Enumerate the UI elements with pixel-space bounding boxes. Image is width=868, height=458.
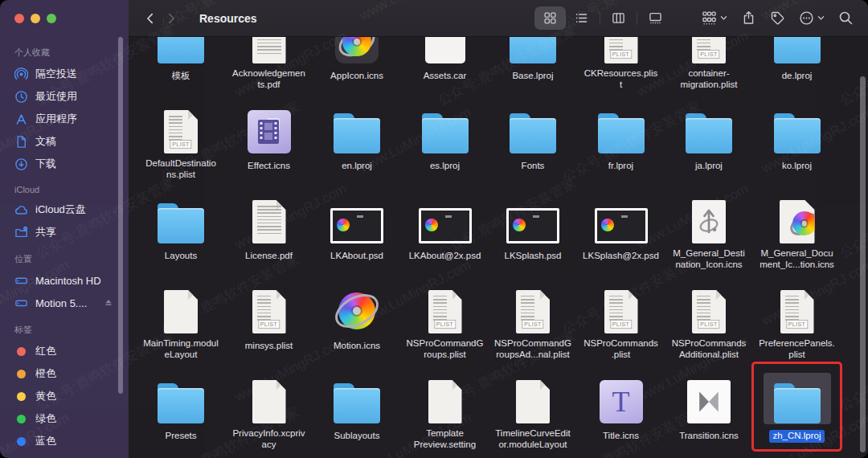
back-button[interactable] <box>140 8 161 29</box>
sidebar-item[interactable]: 绿色 <box>8 407 121 430</box>
forward-button[interactable] <box>161 8 182 29</box>
file-item[interactable]: LKAbout.psd <box>313 193 400 263</box>
file-label: PreferencePanels. plist <box>755 337 838 361</box>
file-item[interactable]: LKAbout@2x.psd <box>402 193 489 263</box>
main-area: 模板Acknowledgemen ts.pdfAppIcon.icnsAsset… <box>129 0 868 458</box>
file-item[interactable]: TimelineCurveEdit or.moduleLayout <box>489 373 576 451</box>
sidebar-item[interactable]: 黄色 <box>8 385 121 407</box>
file-item[interactable]: Sublayouts <box>313 373 400 443</box>
file-item[interactable]: PLISTNSProCommands .plist <box>578 283 665 361</box>
sidebar-item[interactable]: Motion 5.... <box>8 292 121 314</box>
sidebar: 个人收藏隔空投送最近使用应用程序文稿下载iCloudiCloud云盘共享位置Ma… <box>0 0 129 458</box>
file-label: TimelineCurveEdit or.moduleLayout <box>492 427 574 451</box>
file-item[interactable]: PLISTDefaultDestinatio ns.plist <box>137 103 224 181</box>
file-label: LKAbout@2x.psd <box>406 247 485 263</box>
file-item[interactable]: es.lproj <box>402 103 489 173</box>
sidebar-item-label: 应用程序 <box>35 112 114 126</box>
file-label: NSProCommandG roupsAd...nal.plist <box>491 337 575 361</box>
sidebar-item[interactable]: 最近使用 <box>8 85 121 108</box>
file-item[interactable]: LKSplash.psd <box>489 193 576 263</box>
minimize-button[interactable] <box>31 14 40 23</box>
file-item[interactable]: fr.lproj <box>578 103 665 173</box>
sidebar-item[interactable]: 下载 <box>8 153 121 175</box>
file-item[interactable]: Fonts <box>489 103 576 173</box>
view-switcher <box>534 6 671 30</box>
file-item[interactable]: PLISTNSProCommandG roupsAd...nal.plist <box>489 283 576 361</box>
chevron-right-icon <box>165 12 178 25</box>
sidebar-section-header: 个人收藏 <box>8 47 121 59</box>
sidebar-item[interactable]: 共享 <box>8 221 121 243</box>
file-item[interactable]: M_General_Desti nation_Icon.icns <box>665 193 752 271</box>
sidebar-item-label: 绿色 <box>35 411 114 426</box>
file-item[interactable]: ja.lproj <box>665 103 752 173</box>
search-button[interactable] <box>835 6 857 31</box>
sidebar-item[interactable]: 红色 <box>8 340 121 362</box>
blankdoc-icon <box>411 373 479 424</box>
separator <box>600 12 600 25</box>
sidebar-sections: 个人收藏隔空投送最近使用应用程序文稿下载iCloudiCloud云盘共享位置Ma… <box>0 37 129 458</box>
blankdoc-icon <box>147 283 215 334</box>
file-label: Sublayouts <box>331 427 383 443</box>
file-label: M_General_Desti nation_Icon.icns <box>669 247 747 271</box>
file-grid: 模板Acknowledgemen ts.pdfAppIcon.icnsAsset… <box>129 0 868 458</box>
sidebar-item[interactable]: 橙色 <box>8 362 121 385</box>
sidebar-scrollbar[interactable] <box>118 37 123 394</box>
sidebar-item[interactable]: 文稿 <box>8 130 121 153</box>
file-item[interactable]: LKSplash@2x.psd <box>578 193 665 263</box>
close-button[interactable] <box>14 14 24 23</box>
sidebar-section: 个人收藏隔空投送最近使用应用程序文稿下载 <box>8 47 121 175</box>
folder-icon <box>323 373 391 424</box>
view-gallery-button[interactable] <box>640 6 671 30</box>
sidebar-section-header: 标签 <box>8 324 121 336</box>
sidebar-item-label: iCloud云盘 <box>35 202 114 217</box>
more-button[interactable] <box>796 6 828 31</box>
sidebar-item[interactable]: Macintosh HD <box>8 269 121 292</box>
file-label: AppIcon.icns <box>327 67 387 83</box>
shared-folder-icon <box>14 226 28 239</box>
file-item[interactable]: PLISTNSProCommandG roups.plist <box>402 283 489 361</box>
file-item[interactable]: PLISTNSProCommands Additional.plist <box>665 283 752 361</box>
file-item[interactable]: Template Preview.setting <box>402 373 489 451</box>
gallery-view-icon <box>649 11 662 25</box>
sidebar-item[interactable]: iCloud云盘 <box>8 198 121 221</box>
eject-icon[interactable] <box>103 297 114 309</box>
sidebar-item[interactable]: 隔空投送 <box>8 63 121 85</box>
tag-dot-icon <box>17 392 26 401</box>
tag-icon <box>770 10 785 26</box>
file-item[interactable]: TTitle.icns <box>578 373 665 443</box>
file-label: DefaultDestinatio ns.plist <box>142 157 219 181</box>
file-label: ko.lproj <box>779 157 815 173</box>
file-item[interactable]: Effect.icns <box>226 103 313 173</box>
file-item[interactable]: ko.lproj <box>754 103 841 173</box>
file-item[interactable]: PLISTminsys.plist <box>226 283 313 353</box>
view-grid-button[interactable] <box>534 6 566 30</box>
file-item[interactable]: MainTiming.modul eLayout <box>137 283 224 361</box>
tag-dot-icon <box>17 437 26 446</box>
columns-view-icon <box>612 11 625 25</box>
file-item[interactable]: Transition.icns <box>665 373 752 443</box>
file-item[interactable]: PLISTPreferencePanels. plist <box>754 283 841 361</box>
separator <box>637 12 637 25</box>
file-item[interactable]: Presets <box>137 373 224 443</box>
sidebar-item[interactable]: 蓝色 <box>8 430 121 452</box>
sidebar-item[interactable]: 应用程序 <box>8 108 121 130</box>
window-title: Resources <box>199 12 257 25</box>
file-item[interactable]: M_General_Docu ment_Ic...tion.icns <box>754 193 841 271</box>
fullscreen-button[interactable] <box>47 14 56 23</box>
file-item[interactable]: en.lproj <box>313 103 400 173</box>
main-scrollbar[interactable] <box>860 76 866 452</box>
view-list-button[interactable] <box>566 6 597 30</box>
file-item[interactable]: Layouts <box>137 193 224 263</box>
file-item[interactable]: License.pdf <box>226 193 313 263</box>
file-label: de.lproj <box>779 67 816 83</box>
share-button[interactable] <box>738 6 760 31</box>
file-label: Motion.icns <box>330 337 383 353</box>
file-item[interactable]: Motion.icns <box>313 283 400 353</box>
group-by-icon <box>702 10 717 26</box>
file-item[interactable]: PrivacyInfo.xcpriv acy <box>226 373 313 451</box>
view-columns-button[interactable] <box>603 6 634 30</box>
sidebar-item[interactable]: 紫色 <box>8 452 121 458</box>
group-button[interactable] <box>698 6 731 31</box>
blankdoc-icon <box>499 373 567 424</box>
tags-button[interactable] <box>767 6 788 31</box>
